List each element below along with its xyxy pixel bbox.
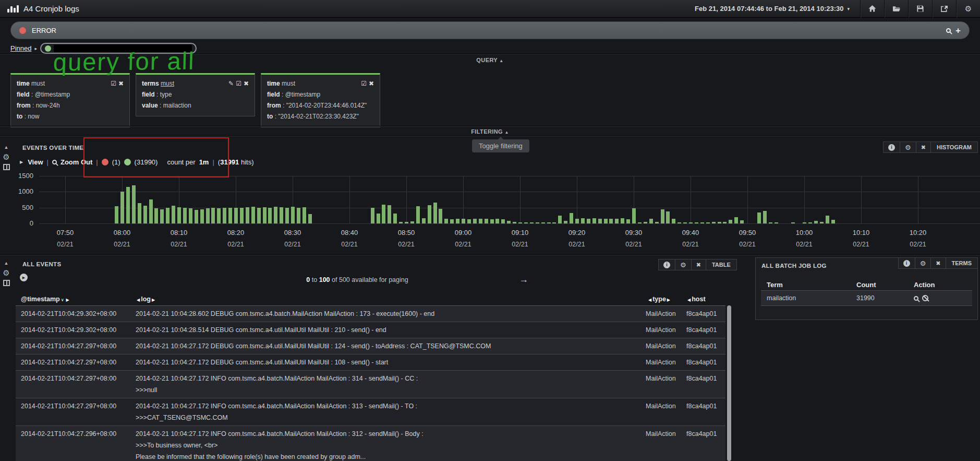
histogram-bar[interactable] [615,219,619,223]
histogram-bar[interactable] [172,206,175,223]
timepicker-button[interactable]: Feb 21, 2014 07:44:46 to Feb 21, 2014 10… [695,0,860,18]
histogram-bar[interactable] [263,207,267,223]
column-header-log[interactable]: ◀log▶ [136,295,156,303]
zoom-out-icon[interactable] [52,160,57,164]
legend-count[interactable]: (1) [112,158,120,166]
histogram-bar[interactable] [672,219,675,223]
histogram-bar[interactable] [604,219,608,223]
query-section-toggle[interactable]: QUERY ▲ [0,57,980,63]
histogram-bar[interactable] [803,222,806,223]
histogram-bar[interactable] [473,219,477,223]
histogram-bar[interactable] [149,199,153,223]
panel-remove-button[interactable]: ✖ [930,258,945,268]
histogram-bar[interactable] [808,222,812,223]
histogram-bar[interactable] [268,208,272,223]
edit-icon[interactable]: ✎ [228,78,234,89]
exclude-icon[interactable] [922,295,928,301]
panel-config-button[interactable]: ⚙ [675,259,691,270]
histogram-bar[interactable] [592,218,596,223]
histogram-bar[interactable] [115,206,118,223]
histogram-bar[interactable] [399,222,403,223]
move-right-icon[interactable]: ▶ [667,298,670,302]
histogram-bar[interactable] [120,192,124,223]
column-header-type[interactable]: ◀type▶ [647,295,671,303]
histogram-bar[interactable] [246,207,249,223]
histogram-bar[interactable] [428,205,431,223]
histogram-bar[interactable] [308,214,312,223]
histogram-bar[interactable] [581,218,585,223]
histogram-bar[interactable] [195,210,198,223]
histogram-bar[interactable] [831,220,835,223]
panel-remove-button[interactable]: ✖ [691,259,706,270]
panel-info-button[interactable]: i [659,259,675,270]
histogram-bar[interactable] [479,219,482,223]
histogram-bar[interactable] [723,222,727,223]
zoom-out-button[interactable]: Zoom Out [61,158,92,166]
panel-remove-button[interactable]: ✖ [916,142,930,152]
histogram-bar[interactable] [377,214,380,223]
histogram-bar[interactable] [706,222,710,223]
histogram-bar[interactable] [632,208,636,223]
histogram-bar[interactable] [126,187,130,223]
table-row[interactable]: 2014-02-21T10:04:27.297+08:002014-02-21 … [16,338,725,354]
histogram-bar[interactable] [626,219,630,223]
open-dashboard-button[interactable] [884,0,908,18]
histogram-bar[interactable] [729,220,732,223]
histogram-bar[interactable] [485,219,488,223]
histogram-bar[interactable] [450,219,454,223]
gear-icon[interactable]: ⚙ [3,153,9,161]
column-header-host[interactable]: ◀host [686,295,706,303]
move-right-icon[interactable]: ▶ [152,298,155,302]
remove-icon[interactable]: ✖ [118,78,124,89]
histogram-bar[interactable] [524,222,528,223]
histogram-bar[interactable] [388,205,391,223]
histogram-bar[interactable] [700,222,704,223]
terms-column-count[interactable]: Count [856,281,876,289]
histogram-bar[interactable] [228,208,232,223]
histogram-bar[interactable] [416,206,420,223]
histogram-bar[interactable] [552,222,556,223]
histogram-bar[interactable] [769,222,772,223]
histogram-bar[interactable] [718,222,721,223]
histogram-bar[interactable] [791,222,795,223]
histogram-bar[interactable] [211,208,215,223]
column-header-timestamp[interactable]: @timestamp∨▶ [21,295,70,303]
view-options-button[interactable]: View [28,158,43,166]
histogram-bar[interactable] [297,208,300,223]
next-page-arrow[interactable]: → [519,274,528,285]
histogram-bar[interactable] [200,209,204,223]
legend-dot[interactable] [124,159,131,166]
interval-label[interactable]: 1m [199,158,209,166]
save-button[interactable] [908,0,932,18]
columns-icon[interactable] [3,164,10,170]
histogram-bar[interactable] [763,211,767,223]
panel-info-button[interactable]: i [899,258,915,268]
query-input[interactable]: ERROR + [10,21,970,39]
histogram-bar[interactable] [666,211,670,223]
histogram-bar[interactable] [518,222,522,223]
histogram-bar[interactable] [734,217,738,223]
histogram-bar[interactable] [422,218,426,223]
histogram-bar[interactable] [740,220,744,223]
histogram-bar[interactable] [143,206,147,223]
terms-column-term[interactable]: Term [767,281,783,289]
panel-config-button[interactable]: ⚙ [900,142,916,152]
histogram-bar[interactable] [303,207,306,223]
histogram-bar[interactable] [621,218,624,223]
histogram-bar[interactable] [530,222,534,223]
table-row[interactable]: 2014-02-21T10:04:27.296+08:002014-02-21 … [16,426,725,461]
histogram-bar[interactable] [280,207,283,223]
histogram-bar[interactable] [138,203,141,223]
histogram-bar[interactable] [638,222,642,223]
remove-icon[interactable]: ✖ [369,78,374,89]
filter-mode-link[interactable]: must [161,80,174,87]
table-row[interactable]: 2014-02-21T10:04:29.302+08:002014-02-21 … [16,322,725,338]
histogram-bar[interactable] [683,222,687,223]
histogram-bar[interactable] [217,208,221,223]
histogram-bar[interactable] [166,208,170,223]
histogram-bar[interactable] [462,219,465,223]
table-row[interactable]: 2014-02-21T10:04:27.297+08:002014-02-21 … [16,354,725,371]
histogram-bar[interactable] [536,222,539,223]
histogram-bar[interactable] [558,216,562,223]
columns-icon[interactable] [3,280,10,286]
